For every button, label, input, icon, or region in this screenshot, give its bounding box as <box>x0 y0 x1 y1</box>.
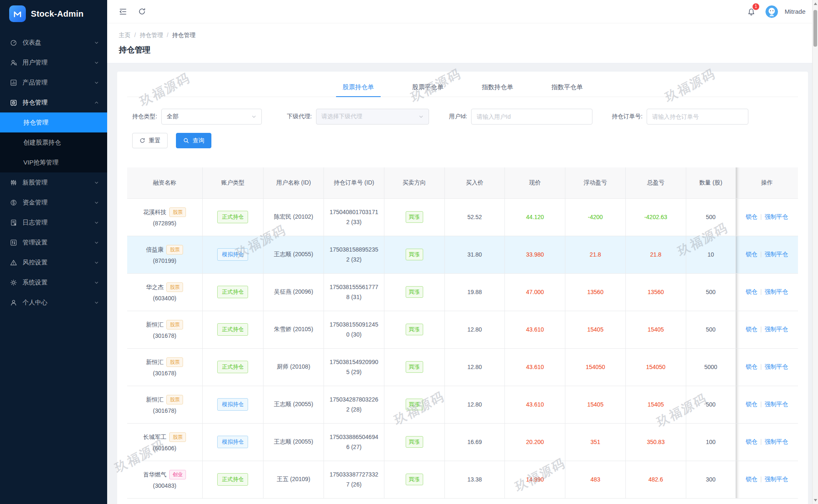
cell-current-price: 43.610 <box>505 348 565 386</box>
float-pl: 13560 <box>587 289 604 295</box>
avatar[interactable] <box>765 5 778 18</box>
sidebar-item-admin-settings[interactable]: 管理设置 <box>0 232 107 252</box>
cell-total-pl: 15405 <box>625 386 686 423</box>
lock-position-link[interactable]: 锁仓 <box>746 288 758 295</box>
notification-bell[interactable]: 1 <box>747 7 755 16</box>
stock-type-tag: 股票 <box>166 282 183 292</box>
collapse-sidebar-button[interactable] <box>119 7 127 16</box>
force-close-link[interactable]: 强制平仓 <box>765 438 788 445</box>
control-panel-icon <box>10 239 18 246</box>
tab-指数持仓单[interactable]: 指数持仓单 <box>475 78 520 97</box>
total-pl: -4202.63 <box>644 214 667 220</box>
cell-direction: 買漲 <box>384 198 444 236</box>
agent-select[interactable]: 请选择下级代理 <box>316 109 429 125</box>
sidebar-item-logs[interactable]: 日志管理 <box>0 212 107 232</box>
user-id-input[interactable] <box>472 109 592 124</box>
scrollbar[interactable] <box>812 0 818 504</box>
breadcrumb-position-management[interactable]: 持仓管理 <box>140 32 163 39</box>
sidebar-item-funds[interactable]: 资金管理 <box>0 192 107 212</box>
cell-name: 长城军工股票(601606) <box>127 423 202 461</box>
chevron-down-icon <box>94 220 99 225</box>
float-pl: 483 <box>590 476 600 483</box>
reset-button-label: 重置 <box>149 137 161 145</box>
account-type-tag: 模拟持仓 <box>217 436 248 448</box>
sidebar-item-risk-settings[interactable]: 风控设置 <box>0 252 107 272</box>
sidebar-item-label: 资金管理 <box>23 199 94 207</box>
username[interactable]: Mitrade <box>785 8 805 15</box>
position-type-select[interactable]: 全部 <box>161 109 262 125</box>
account-type-tag: 正式持仓 <box>217 473 248 486</box>
force-close-link[interactable]: 强制平仓 <box>765 401 788 407</box>
tab-股票平仓单[interactable]: 股票平仓单 <box>406 78 450 97</box>
sidebar-item-products[interactable]: 产品管理 <box>0 72 107 92</box>
cell-actions: 锁仓|强制平仓 <box>735 348 798 386</box>
cell-account-type: 模拟持仓 <box>202 386 263 423</box>
action-separator: | <box>760 401 762 407</box>
scroll-down-arrow[interactable] <box>814 499 817 502</box>
lock-position-link[interactable]: 锁仓 <box>746 401 758 407</box>
chevron-down-icon <box>251 114 256 119</box>
lock-position-link[interactable]: 锁仓 <box>746 363 758 370</box>
sidebar-subitem-vip-chips[interactable]: VIP抢筹管理 <box>0 152 107 172</box>
order-no-input[interactable] <box>647 109 748 124</box>
table-row: 新恒汇股票(301678)正式持仓朱雪娇 (20105)175038155091… <box>127 311 798 348</box>
cell-account-type: 正式持仓 <box>202 311 263 348</box>
lock-position-link[interactable]: 锁仓 <box>746 213 758 220</box>
force-close-link[interactable]: 强制平仓 <box>765 288 788 295</box>
scrollbar-thumb[interactable] <box>813 10 817 47</box>
sidebar-item-positions[interactable]: 持仓管理 <box>0 92 107 112</box>
stock-name: 新恒汇 <box>146 359 163 366</box>
notification-badge: 1 <box>752 3 760 10</box>
sidebar-subitem-label: 创建股票持仓 <box>23 139 61 147</box>
cell-user: 王志顺 (20055) <box>263 386 324 423</box>
lock-position-link[interactable]: 锁仓 <box>746 438 758 445</box>
cell-direction: 買漲 <box>384 236 444 273</box>
cell-total-pl: -4202.63 <box>625 198 686 236</box>
force-close-link[interactable]: 强制平仓 <box>765 326 788 332</box>
cell-qty: 500 <box>686 198 735 236</box>
filter-buttons: 重置 查询 <box>132 133 798 148</box>
reset-button[interactable]: 重置 <box>132 133 168 148</box>
account-type-tag: 正式持仓 <box>217 361 248 373</box>
stock-code: (603400) <box>131 295 198 302</box>
cell-current-price: 43.610 <box>505 311 565 348</box>
cell-actions: 锁仓|强制平仓 <box>735 423 798 461</box>
sidebar-item-users[interactable]: 用户管理 <box>0 52 107 72</box>
lock-position-link[interactable]: 锁仓 <box>746 251 758 257</box>
sidebar-item-dashboard[interactable]: 仪表盘 <box>0 32 107 52</box>
table-row: 花溪科技股票(872895)正式持仓陈宏民 (20102)17504080170… <box>127 198 798 236</box>
search-button-label: 查询 <box>193 137 204 145</box>
sidebar: Stock-Admin 仪表盘用户管理产品管理持仓管理持仓管理创建股票持仓VIP… <box>0 0 107 504</box>
sidebar-subitem-position-manage[interactable]: 持仓管理 <box>0 112 107 132</box>
sidebar-subitem-create-stock-position[interactable]: 创建股票持仓 <box>0 132 107 152</box>
breadcrumb-separator: / <box>134 32 136 39</box>
cell-qty: 500 <box>686 311 735 348</box>
tab-指数平仓单[interactable]: 指数平仓单 <box>545 78 590 97</box>
scroll-up-arrow[interactable] <box>814 2 817 5</box>
warning-triangle-icon <box>10 259 18 266</box>
lock-position-link[interactable]: 锁仓 <box>746 326 758 332</box>
cell-actions: 锁仓|强制平仓 <box>735 236 798 273</box>
lock-position-link[interactable]: 锁仓 <box>746 476 758 482</box>
breadcrumb-home[interactable]: 主页 <box>119 32 130 39</box>
search-button[interactable]: 查询 <box>176 133 211 148</box>
force-close-link[interactable]: 强制平仓 <box>765 363 788 370</box>
current-price: 43.610 <box>526 326 544 333</box>
refresh-button[interactable] <box>138 7 146 15</box>
sidebar-item-system-settings[interactable]: 系统设置 <box>0 272 107 292</box>
cell-actions: 锁仓|强制平仓 <box>735 311 798 348</box>
name-line: 华之杰股票 <box>131 282 198 292</box>
current-price: 43.610 <box>526 401 544 408</box>
sidebar-item-new-stocks[interactable]: 新股管理 <box>0 172 107 192</box>
cell-total-pl: 13560 <box>625 273 686 311</box>
force-close-link[interactable]: 强制平仓 <box>765 213 788 220</box>
force-close-link[interactable]: 强制平仓 <box>765 251 788 257</box>
sidebar-item-profile[interactable]: 个人中心 <box>0 292 107 312</box>
stock-type-tag: 创业 <box>169 470 186 479</box>
force-close-link[interactable]: 强制平仓 <box>765 476 788 482</box>
cell-total-pl: 350.83 <box>625 423 686 461</box>
total-pl: 15405 <box>647 401 664 408</box>
cell-buy-price: 12.80 <box>444 386 505 423</box>
cell-direction: 買漲 <box>384 423 444 461</box>
tab-股票持仓单[interactable]: 股票持仓单 <box>336 78 381 97</box>
